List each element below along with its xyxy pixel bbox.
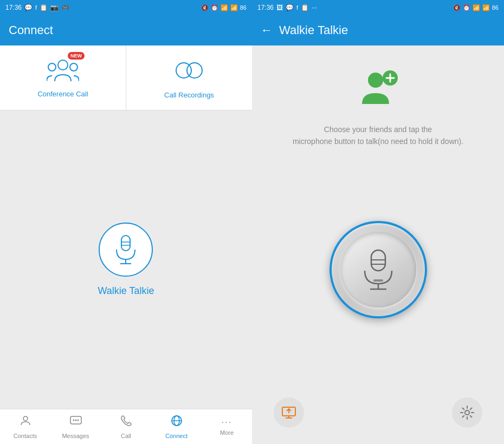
add-contact-icon (357, 67, 400, 113)
mute-icon: 🔇 (201, 4, 209, 11)
bottom-controls (263, 392, 493, 433)
settings-button[interactable] (452, 397, 482, 428)
right-status-bar: 17:36 🖼 💬 f 📋 ··· 🔇 ⏰ 📶 📶 86 (252, 0, 504, 15)
call-icon (120, 414, 133, 430)
connect-icon (170, 414, 183, 430)
big-mic-button[interactable] (329, 221, 427, 318)
recordings-icon (173, 56, 205, 87)
contacts-icon (19, 414, 32, 430)
left-panel: 17:36 💬 f 📋 📷 🎮 🔇 ⏰ 📶 📶 86 Connect NEW (0, 0, 252, 444)
feature-grid: NEW Conference Call (0, 45, 252, 110)
wifi-icon: 📶 (221, 4, 228, 11)
alarm-icon: ⏰ (211, 4, 218, 11)
right-status-right: 🔇 ⏰ 📶 📶 86 (453, 4, 499, 11)
nav-contacts[interactable]: Contacts (0, 409, 50, 444)
instruction-text: Choose your friends and tap themicrophon… (293, 123, 463, 148)
left-status-bar: 17:36 💬 f 📋 📷 🎮 🔇 ⏰ 📶 📶 86 (0, 0, 252, 15)
nav-more[interactable]: ··· More (202, 409, 252, 444)
status-bar-left: 17:36 💬 f 📋 📷 🎮 (5, 4, 69, 11)
conference-icon (47, 57, 79, 86)
svg-point-0 (58, 60, 68, 70)
conference-call-item[interactable]: NEW Conference Call (0, 45, 126, 110)
doc-icon-r: 📋 (301, 4, 309, 11)
messages-label: Messages (62, 433, 89, 439)
svg-rect-27 (373, 279, 383, 282)
cam-icon: 📷 (50, 4, 59, 11)
app-title: Connect (9, 23, 53, 37)
time-right: 17:36 (257, 4, 274, 11)
big-mic-inner (340, 232, 416, 308)
alarm-icon-r: ⏰ (463, 4, 470, 11)
status-bar-right: 🔇 ⏰ 📶 📶 86 (201, 4, 247, 11)
screen-share-button[interactable] (274, 397, 304, 428)
big-mic-section (329, 148, 427, 392)
svg-point-13 (75, 420, 76, 421)
svg-point-2 (70, 63, 77, 71)
right-app-header: ← Walkie Talkie (252, 15, 504, 45)
svg-point-18 (368, 73, 383, 88)
more-label: More (220, 429, 234, 436)
battery-left: 86 (240, 4, 247, 11)
wifi-icon-r: 📶 (473, 4, 480, 11)
mute-icon-r: 🔇 (453, 4, 461, 11)
right-content: Choose your friends and tap themicrophon… (252, 45, 504, 444)
right-status-left: 17:36 🖼 💬 f 📋 ··· (257, 4, 317, 11)
call-recordings-label: Call Recordings (164, 91, 214, 99)
game-icon: 🎮 (61, 4, 69, 11)
right-panel: 17:36 🖼 💬 f 📋 ··· 🔇 ⏰ 📶 📶 86 ← Walkie Ta… (252, 0, 504, 444)
svg-point-1 (48, 63, 56, 71)
nav-call[interactable]: Call (101, 409, 151, 444)
msg-icon: 💬 (24, 4, 33, 11)
messages-icon (69, 414, 82, 430)
call-label: Call (121, 433, 131, 439)
left-content: NEW Conference Call (0, 45, 252, 409)
svg-point-14 (77, 420, 79, 421)
bottom-navigation: Contacts Messages Call (0, 409, 252, 444)
time-left: 17:36 (5, 4, 22, 11)
signal-icon-r: 📶 (482, 4, 490, 11)
fb-icon: f (35, 4, 37, 11)
svg-point-4 (187, 63, 202, 78)
svg-point-32 (465, 410, 469, 415)
walkie-talkie-icon (99, 223, 153, 277)
walkie-talkie-label: Walkie Talkie (98, 285, 154, 297)
left-app-header: Connect (0, 15, 252, 45)
battery-right: 86 (492, 4, 499, 11)
conference-call-label: Conference Call (37, 90, 88, 98)
walkie-talkie-page-title: Walkie Talkie (279, 23, 348, 37)
dots-icon: ··· (312, 4, 317, 11)
svg-rect-5 (121, 236, 130, 251)
svg-point-10 (23, 416, 28, 421)
contacts-label: Contacts (14, 433, 37, 439)
fb-icon-r: f (296, 4, 298, 11)
chat-icon: 💬 (286, 4, 294, 11)
nav-connect[interactable]: Connect (151, 409, 202, 444)
doc-icon: 📋 (40, 4, 48, 11)
signal-icon: 📶 (230, 4, 238, 11)
connect-label: Connect (165, 433, 188, 439)
new-badge: NEW (68, 52, 85, 60)
nav-messages[interactable]: Messages (50, 409, 101, 444)
more-icon: ··· (222, 417, 232, 427)
call-recordings-item[interactable]: Call Recordings (126, 45, 252, 110)
walkie-talkie-section[interactable]: Walkie Talkie (98, 110, 154, 409)
svg-point-12 (73, 420, 74, 421)
img-icon: 🖼 (276, 4, 283, 11)
add-contact-section: Choose your friends and tap themicrophon… (263, 67, 493, 148)
back-button[interactable]: ← (261, 23, 273, 37)
